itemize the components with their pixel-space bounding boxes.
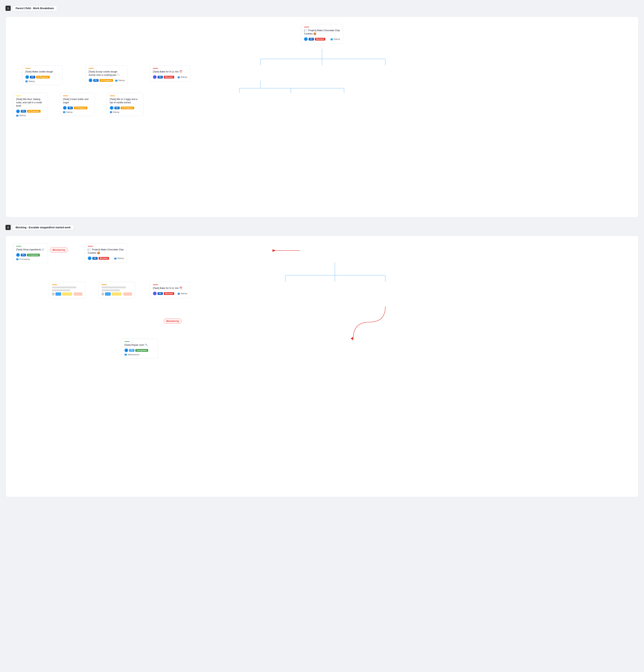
task-cream-butter[interactable]: [Task] Cream butter and sugar 👤 P1 In Pr… — [60, 93, 95, 116]
blurred-status — [62, 292, 72, 296]
status-badge: In Progress — [36, 76, 50, 79]
priority-badge: P2 — [129, 349, 134, 352]
priority-badge: P1 — [68, 107, 73, 109]
task-make-cookie-dough[interactable]: [Task] Make cookie dough 👤 P0 In Progres… — [22, 65, 62, 85]
blurred-badge-1 — [105, 292, 111, 296]
avatar: 👤 — [110, 106, 114, 110]
team-name: Baking — [113, 111, 119, 113]
priority-badge: P0 — [308, 38, 314, 40]
team-icon: 👥 — [115, 79, 118, 82]
avatar: 👤 — [16, 109, 20, 113]
card-accent — [110, 96, 115, 96]
blurred-card-left — [49, 282, 85, 298]
avatar: 👤 — [125, 348, 128, 352]
task-shop-ingredients[interactable]: [Task] Shop ingredients 🛒 👤 P1 Completed… — [13, 243, 48, 263]
blurred-avatar — [102, 292, 104, 296]
team-name: Baking — [181, 292, 187, 295]
card-title: [Task] Mix flour, baking soda, and salt … — [16, 98, 45, 108]
team-name: Baking — [181, 76, 187, 78]
status-badge: Blocked — [315, 38, 325, 40]
status-badge: In Progress — [121, 107, 134, 109]
avatar: 👤 — [153, 75, 156, 79]
team-label: 👥 Baking — [177, 292, 187, 295]
card-title: [📄 Project] Make Chocolate Chip Cookies … — [88, 248, 124, 254]
card-footer: 👤 P0 In Progress 👥 Baking — [25, 75, 59, 82]
blurred-title — [52, 287, 77, 288]
section-1: 1 Parent Child - Work Breakdown — [5, 5, 639, 217]
team-label: 👥 Baking — [114, 257, 124, 260]
blurred-footer — [102, 292, 132, 296]
status-badge: Completed — [135, 349, 148, 352]
section-2-title: Blocking - Escalate stopped/not started … — [12, 225, 74, 230]
team-name: Baking — [117, 257, 124, 259]
team-label: 👥 Baking — [330, 38, 340, 40]
blurred-card-center — [98, 282, 135, 298]
card-footer: 👤 P1 Completed 👥 Purchasing — [16, 253, 45, 260]
blurred-title-2 — [52, 289, 70, 291]
status-badge: Blocked — [164, 76, 174, 79]
card-title: [Task] Repair oven 🔧 — [125, 343, 155, 347]
section-1-title: Parent Child - Work Breakdown — [12, 5, 57, 11]
task-mix-eggs[interactable]: [Task] Mix in 2 eggs and a tsp of vanill… — [107, 93, 143, 116]
status-badge: In Progress — [99, 79, 113, 82]
card-accent — [125, 341, 130, 342]
team-label: 👥 Purchasing — [16, 258, 30, 260]
priority-badge: P0 — [92, 257, 98, 260]
status-badge: Completed — [27, 254, 40, 256]
status-badge: In Progress — [27, 110, 40, 112]
card-accent — [153, 285, 158, 285]
card-accent — [89, 68, 94, 69]
team-label: 👥 Baking — [25, 80, 35, 82]
team-icon: 👥 — [63, 111, 66, 113]
avatar: 👤 — [16, 253, 20, 257]
avatar: 👤 — [89, 79, 92, 82]
project-card-s2[interactable]: [📄 Project] Make Chocolate Chip Cookies … — [85, 243, 127, 263]
card-footer: 👤 P0 Blocked 👥 Baking — [153, 292, 187, 295]
section-1-number: 1 — [5, 6, 11, 11]
blurred-avatar — [52, 292, 55, 296]
team-label: 👥 Baking — [177, 76, 187, 78]
card-footer: 👤 P0 Blocked 👥 Baking — [88, 256, 124, 260]
team-name: Baking — [334, 38, 340, 40]
team-label: 👥 Baking — [63, 111, 72, 113]
section-2: 2 Blocking - Escalate stopped/not starte… — [5, 225, 639, 497]
priority-badge: P0 — [30, 76, 35, 79]
avatar: 👤 — [153, 292, 156, 295]
task-scoop-cookie-dough[interactable]: [Task] Scoop cookie dough evenly onto a … — [85, 65, 128, 85]
card-footer: 👤 P1 In Progress 👥 Baking — [16, 109, 45, 117]
card-accent — [304, 27, 309, 27]
task-bake[interactable]: [Task] Bake for 9-11 min ⏰ 👤 P0 Blocked … — [150, 65, 190, 82]
avatar: 👤 — [25, 75, 29, 79]
card-accent — [102, 285, 107, 285]
avatar: 👤 — [304, 37, 308, 41]
card-title: [📄 Project] Make Chocolate Chip Cookies … — [304, 29, 340, 35]
blurred-status — [112, 292, 121, 296]
root-card[interactable]: [📄 Project] Make Chocolate Chip Cookies … — [301, 24, 343, 44]
team-name: Baking — [118, 79, 125, 82]
priority-badge: P1 — [21, 254, 26, 256]
task-bake-s2[interactable]: [Task] Bake for 9-11 min ⏰ 👤 P0 Blocked … — [150, 282, 190, 298]
card-title: [Task] Scoop cookie dough evenly onto a … — [89, 70, 125, 77]
blocked-by-text-2: Blocked by — [164, 319, 182, 324]
card-accent — [16, 96, 21, 96]
blocked-by-text: Blocked by — [50, 247, 68, 253]
task-repair-oven[interactable]: [Task] Repair oven 🔧 👤 P2 Completed 👥 Ma… — [121, 338, 158, 358]
team-label: 👥 Baking — [110, 111, 119, 113]
card-footer: 👤 P1 In Progress 👥 Baking — [63, 106, 92, 113]
team-name: Baking — [20, 114, 26, 117]
section-2-diagram: [Task] Shop ingredients 🛒 👤 P1 Completed… — [5, 236, 639, 497]
priority-badge: P0 — [157, 292, 163, 295]
blocked-by-label-1: Blocked by — [50, 247, 68, 253]
card-footer: 👤 P1 In Progress 👥 Baking — [89, 79, 125, 82]
section-2-header: 2 Blocking - Escalate stopped/not starte… — [5, 225, 639, 230]
card-title: [Task] Make cookie dough — [25, 70, 59, 73]
card-title: [Task] Bake for 9-11 min ⏰ — [153, 70, 187, 73]
priority-badge: P1 — [21, 110, 26, 112]
team-icon: 👥 — [177, 292, 180, 295]
status-badge: Blocked — [98, 257, 109, 260]
priority-badge: P1 — [93, 79, 98, 82]
team-icon: 👥 — [16, 258, 19, 260]
team-name: Baking — [66, 111, 72, 113]
task-mix-flour[interactable]: [Task] Mix flour, baking soda, and salt … — [13, 93, 48, 119]
team-name: Purchasing — [20, 258, 30, 260]
